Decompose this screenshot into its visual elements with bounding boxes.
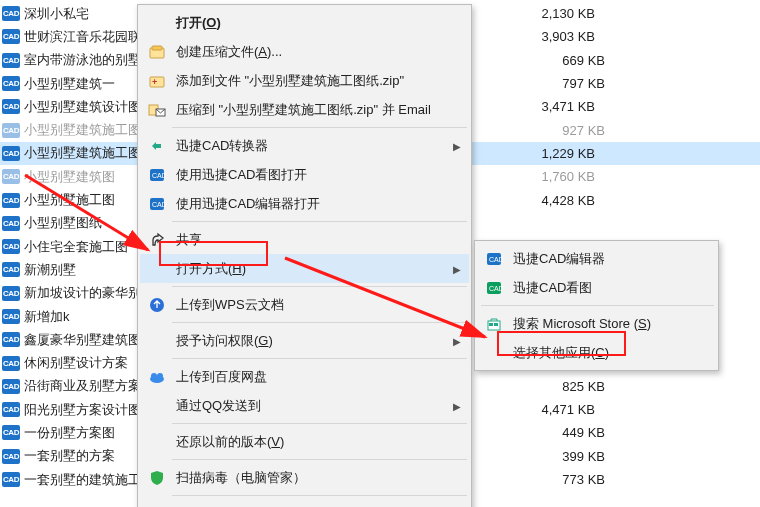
menu-open[interactable]: 打开(O) — [140, 8, 469, 37]
file-name: 新加坡设计的豪华别墅 — [24, 284, 154, 302]
svg-text:+: + — [152, 77, 157, 87]
menu-scan[interactable]: 扫描病毒（电脑管家） — [140, 463, 469, 492]
context-menu: 打开(O) 创建压缩文件(A)... + 添加到文件 "小型别墅建筑施工图纸.z… — [137, 4, 472, 507]
file-name: 小型别墅建筑设计图纸 — [24, 98, 154, 116]
cad-file-icon: CAD — [2, 193, 20, 208]
menu-restore[interactable]: 还原以前的版本(V) — [140, 427, 469, 456]
cad-file-icon: CAD — [2, 332, 20, 347]
svg-rect-19 — [489, 323, 493, 326]
file-name: 小型别墅建筑施工图纸 — [24, 144, 154, 162]
file-size: 449 KB — [525, 425, 605, 440]
submenu-choose-app[interactable]: 选择其他应用(C) — [477, 338, 716, 367]
converter-icon — [146, 136, 168, 156]
archive-add-icon: + — [146, 71, 168, 91]
cad-file-icon: CAD — [2, 29, 20, 44]
menu-share[interactable]: 共享 — [140, 225, 469, 254]
file-size: 825 KB — [525, 379, 605, 394]
cad-file-icon: CAD — [2, 53, 20, 68]
file-name: 一套别墅的建筑施工图 — [24, 471, 154, 489]
submenu-cad-viewer[interactable]: CAD 迅捷CAD看图 — [477, 273, 716, 302]
file-size: 797 KB — [525, 76, 605, 91]
svg-point-12 — [151, 373, 157, 379]
shield-icon — [146, 468, 168, 488]
cad-file-icon: CAD — [2, 472, 20, 487]
cad-viewer-icon: CAD — [483, 278, 505, 298]
blank-icon — [146, 396, 168, 416]
menu-separator — [172, 459, 467, 460]
file-name: 小型别墅图纸 — [24, 214, 102, 232]
file-size: 4,471 KB — [515, 402, 595, 417]
file-name: 阳光别墅方案设计图 — [24, 401, 141, 419]
archive-mail-icon — [146, 100, 168, 120]
baidu-cloud-icon — [146, 367, 168, 387]
svg-text:CAD: CAD — [489, 285, 503, 292]
submenu-cad-editor[interactable]: CAD 迅捷CAD编辑器 — [477, 244, 716, 273]
archive-icon — [146, 42, 168, 62]
menu-qq-send[interactable]: 通过QQ发送到 ▶ — [140, 391, 469, 420]
menu-open-editor[interactable]: CAD 使用迅捷CAD编辑器打开 — [140, 189, 469, 218]
svg-text:CAD: CAD — [152, 201, 166, 208]
file-size: 1,229 KB — [515, 146, 595, 161]
file-name: 小型别墅建筑一 — [24, 75, 115, 93]
blank-icon — [146, 432, 168, 452]
submenu-search-store[interactable]: 搜索 Microsoft Store (S) — [477, 309, 716, 338]
menu-open-with[interactable]: 打开方式(H) ▶ — [140, 254, 469, 283]
cad-file-icon: CAD — [2, 262, 20, 277]
svg-text:CAD: CAD — [152, 172, 166, 179]
cad-file-icon: CAD — [2, 123, 20, 138]
cad-file-icon: CAD — [2, 356, 20, 371]
file-size: 3,471 KB — [515, 99, 595, 114]
cad-file-icon: CAD — [2, 6, 20, 21]
blank-icon — [483, 343, 505, 363]
file-name: 沿街商业及别墅方案 — [24, 377, 141, 395]
file-size: 927 KB — [525, 123, 605, 138]
file-name: 小型别墅建筑图 — [24, 168, 115, 186]
file-name: 小住宅全套施工图 — [24, 238, 128, 256]
menu-separator — [172, 286, 467, 287]
open-with-submenu: CAD 迅捷CAD编辑器 CAD 迅捷CAD看图 搜索 Microsoft St… — [474, 240, 719, 371]
menu-create-archive[interactable]: 创建压缩文件(A)... — [140, 37, 469, 66]
file-name: 休闲别墅设计方案 — [24, 354, 128, 372]
svg-rect-1 — [152, 46, 162, 50]
menu-send-to[interactable]: 发送到(N) ▶ — [140, 499, 469, 507]
menu-separator — [481, 305, 714, 306]
menu-grant-access[interactable]: 授予访问权限(G) ▶ — [140, 326, 469, 355]
file-size: 773 KB — [525, 472, 605, 487]
menu-upload-wps[interactable]: 上传到WPS云文档 — [140, 290, 469, 319]
cad-file-icon: CAD — [2, 99, 20, 114]
menu-separator — [172, 495, 467, 496]
cad-file-icon: CAD — [2, 76, 20, 91]
menu-separator — [172, 221, 467, 222]
chevron-right-icon: ▶ — [453, 263, 461, 274]
menu-separator — [172, 358, 467, 359]
svg-point-13 — [157, 373, 163, 379]
file-name: 新增加k — [24, 308, 70, 326]
menu-add-to-archive[interactable]: + 添加到文件 "小型别墅建筑施工图纸.zip" — [140, 66, 469, 95]
menu-zip-email[interactable]: 压缩到 "小型别墅建筑施工图纸.zip" 并 Email — [140, 95, 469, 124]
file-size: 2,130 KB — [515, 6, 595, 21]
cad-file-icon: CAD — [2, 402, 20, 417]
file-name: 新潮别墅 — [24, 261, 76, 279]
file-size: 399 KB — [525, 449, 605, 464]
menu-separator — [172, 322, 467, 323]
file-size: 3,903 KB — [515, 29, 595, 44]
cad-file-icon: CAD — [2, 169, 20, 184]
cad-file-icon: CAD — [2, 216, 20, 231]
cad-file-icon: CAD — [2, 286, 20, 301]
file-name: 世财滨江音乐花园联体 — [24, 28, 154, 46]
file-name: 小型别墅建筑施工图 — [24, 121, 141, 139]
blank-icon — [146, 504, 168, 508]
file-name: 鑫厦豪华别墅建筑图 2 — [24, 331, 152, 349]
menu-separator — [172, 127, 467, 128]
blank-icon — [146, 331, 168, 351]
cad-file-icon: CAD — [2, 146, 20, 161]
file-size: 4,428 KB — [515, 193, 595, 208]
svg-text:CAD: CAD — [489, 256, 503, 263]
wps-icon — [146, 295, 168, 315]
cad-file-icon: CAD — [2, 309, 20, 324]
file-name: 室内带游泳池的别墅方 — [24, 51, 154, 69]
cad-viewer-icon: CAD — [146, 165, 168, 185]
menu-open-viewer[interactable]: CAD 使用迅捷CAD看图打开 — [140, 160, 469, 189]
menu-upload-baidu[interactable]: 上传到百度网盘 — [140, 362, 469, 391]
menu-cad-converter[interactable]: 迅捷CAD转换器 ▶ — [140, 131, 469, 160]
